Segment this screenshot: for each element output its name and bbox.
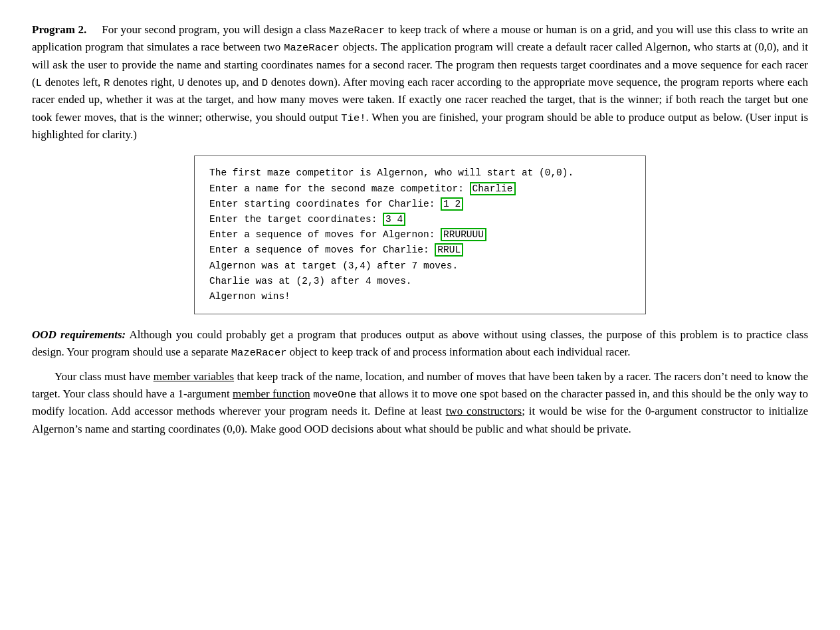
terminal-line-7: Algernon was at target (3,4) after 7 mov… [209,259,631,274]
terminal-line-3: Enter starting coordinates for Charlie: … [209,197,631,212]
terminal-line2-pre: Enter a name for the second maze competi… [209,183,470,194]
terminal-input-moves-algernon: RRURUUU [441,228,486,241]
U-code: U [178,77,184,89]
terminal-line-5: Enter a sequence of moves for Algernon: … [209,227,631,243]
terminal-line5-pre: Enter a sequence of moves for Algernon: [209,229,441,240]
class-mazeracer-1: MazeRacer [329,25,385,37]
ood-underline-member-function: member function [233,387,310,400]
class-mazeracer-2: MazeRacer [284,42,340,54]
ood-para2-start: Your class must have [54,370,150,383]
terminal-line3-pre: Enter starting coordinates for Charlie: [209,199,441,209]
ood-paragraph-1: OOD requirements: Although you could pro… [32,326,808,362]
ood-classname: MazeRacer [231,347,287,359]
ood-section: OOD requirements: Although you could pro… [32,326,808,438]
ood-underline-two-constructors: two constructors [446,405,522,417]
D-code: D [262,77,268,89]
L-code: L [36,77,42,89]
program-section: Program 2. For your second program, you … [32,21,808,144]
tie-code: Tie! [341,112,366,124]
R-code: R [104,77,110,89]
terminal-line-4: Enter the target coordinates: 3 4 [209,212,631,227]
ood-underline-member-variables: member variables [154,370,234,383]
terminal-line-8: Charlie was at (2,3) after 4 moves. [209,274,631,289]
terminal-input-charlie: Charlie [470,182,516,195]
terminal-input-moves-charlie: RRUL [435,243,463,257]
program-l-desc: denotes left, [45,76,101,88]
terminal-line4-pre: Enter the target coordinates: [209,214,383,225]
program-desc3: denotes right, [113,76,175,88]
program-desc4: denotes up, and [187,76,259,88]
program-paragraph: Program 2. For your second program, you … [32,21,808,144]
program-label: Program 2. [32,23,86,36]
terminal-line6-pre: Enter a sequence of moves for Charlie: [209,245,435,255]
ood-label: OOD requirements: [32,328,126,341]
terminal-box: The first maze competitor is Algernon, w… [194,156,646,314]
terminal-line-1: The first maze competitor is Algernon, w… [209,165,631,181]
terminal-line-2: Enter a name for the second maze competi… [209,181,631,197]
ood-moveone-code: moveOne [313,389,356,401]
terminal-line-9: Algernon wins! [209,289,631,304]
ood-text2: object to keep track of and process info… [290,346,631,358]
ood-paragraph-2: Your class must have member variables th… [32,368,808,438]
terminal-input-coords-charlie: 1 2 [441,197,463,211]
terminal-line-6: Enter a sequence of moves for Charlie: R… [209,243,631,258]
terminal-input-target: 3 4 [383,213,405,226]
program-intro-text: For your second program, you will design… [102,23,326,36]
